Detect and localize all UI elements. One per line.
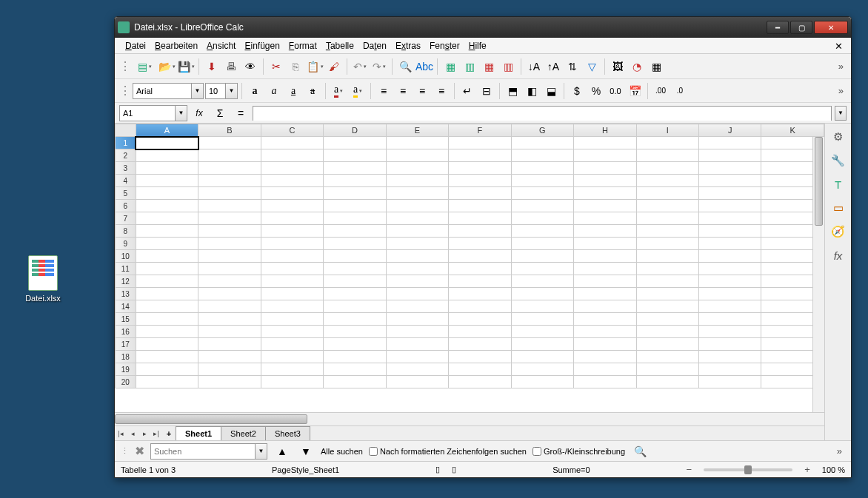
cell-H1[interactable] (574, 137, 637, 149)
font-size-combo[interactable]: ▼ (205, 83, 238, 99)
menu-fenster[interactable]: Fenster (425, 39, 464, 53)
find-next-button[interactable]: ▼ (297, 443, 315, 460)
spreadsheet-grid[interactable]: ABCDEFGHIJK12345678910111213141516171819… (115, 124, 824, 412)
cell-A3[interactable] (136, 162, 198, 175)
cell-I10[interactable] (636, 250, 698, 263)
sidebar-properties-icon[interactable]: 🔧 (829, 152, 847, 169)
cell-B20[interactable] (198, 376, 261, 388)
cell-C11[interactable] (261, 263, 324, 275)
dropdown-arrow-icon[interactable]: ▼ (225, 84, 237, 98)
insert-image-button[interactable]: 🖼 (609, 58, 627, 75)
cell-D20[interactable] (324, 376, 387, 388)
cell-G4[interactable] (511, 175, 574, 187)
strikethrough-button[interactable]: a (304, 82, 321, 100)
cell-I11[interactable] (636, 263, 698, 275)
find-replace-button[interactable]: 🔍 (396, 58, 414, 75)
vertical-scrollbar[interactable] (812, 137, 824, 412)
wrap-text-button[interactable]: ↵ (458, 82, 476, 100)
cell-J13[interactable] (699, 288, 761, 300)
column-header[interactable]: H (574, 124, 637, 137)
cell-C4[interactable] (261, 175, 324, 187)
row-header[interactable]: 5 (116, 187, 136, 200)
row-header[interactable]: 18 (116, 351, 136, 363)
cell-B9[interactable] (198, 238, 261, 250)
copy-button[interactable]: ⎘ (287, 58, 304, 75)
cell-C16[interactable] (261, 326, 324, 338)
cell-J6[interactable] (699, 200, 761, 212)
cell-D11[interactable] (324, 263, 387, 275)
cell-E10[interactable] (386, 250, 448, 263)
row-header[interactable]: 19 (116, 363, 136, 376)
menu-daten[interactable]: Daten (358, 39, 391, 53)
row-header[interactable]: 7 (116, 212, 136, 225)
cell-G18[interactable] (511, 351, 574, 363)
cell-F4[interactable] (449, 175, 511, 187)
cell-F9[interactable] (449, 238, 511, 250)
cell-A1[interactable] (136, 137, 198, 149)
cell-D7[interactable] (324, 212, 387, 225)
cell-B1[interactable] (198, 137, 261, 149)
cell-D4[interactable] (324, 175, 387, 187)
cell-F10[interactable] (449, 250, 511, 263)
status-page-style[interactable]: PageStyle_Sheet1 (272, 465, 339, 474)
cell-H8[interactable] (574, 225, 637, 238)
cell-C2[interactable] (261, 149, 324, 162)
tab-nav-next[interactable]: ▸ (138, 426, 150, 440)
sidebar-gallery-icon[interactable]: ▭ (829, 199, 847, 217)
cell-I17[interactable] (636, 338, 698, 351)
cell-J17[interactable] (699, 338, 761, 351)
paste-button[interactable]: 📋 (306, 58, 324, 75)
cell-H4[interactable] (574, 175, 637, 187)
cell-D18[interactable] (324, 351, 387, 363)
sidebar-functions-icon[interactable]: fx (829, 246, 847, 264)
cell-G11[interactable] (511, 263, 574, 275)
cell-F14[interactable] (449, 300, 511, 313)
clone-format-button[interactable]: 🖌 (325, 58, 343, 75)
align-left-button[interactable]: ≡ (375, 82, 393, 100)
align-bottom-button[interactable]: ⬓ (542, 82, 560, 100)
insert-column-button[interactable]: ▥ (461, 58, 478, 75)
column-header[interactable]: J (699, 124, 761, 137)
tab-nav-prev[interactable]: ◂ (127, 426, 138, 440)
cell-G15[interactable] (511, 313, 574, 326)
cell-I14[interactable] (636, 300, 698, 313)
cell-I1[interactable] (636, 137, 698, 149)
cell-E19[interactable] (386, 363, 448, 376)
cell-E11[interactable] (386, 263, 448, 275)
row-header[interactable]: 2 (116, 149, 136, 162)
zoom-slider-knob[interactable] (744, 465, 752, 474)
cell-C14[interactable] (261, 300, 324, 313)
save-button[interactable]: 💾 (177, 58, 195, 75)
cell-A11[interactable] (136, 263, 198, 275)
cell-G5[interactable] (511, 187, 574, 200)
row-header[interactable]: 3 (116, 162, 136, 175)
find-input[interactable] (151, 444, 255, 459)
cell-F11[interactable] (449, 263, 511, 275)
font-color-button[interactable]: a (330, 82, 347, 100)
cell-F1[interactable] (449, 137, 511, 149)
cell-G7[interactable] (511, 212, 574, 225)
underline-button[interactable]: a (284, 82, 302, 100)
cell-B13[interactable] (198, 288, 261, 300)
toolbar-overflow-button[interactable]: » (835, 61, 847, 72)
find-all-button[interactable]: Alle suchen (321, 447, 363, 456)
cell-B11[interactable] (198, 263, 261, 275)
cell-E14[interactable] (386, 300, 448, 313)
cell-F6[interactable] (449, 200, 511, 212)
cell-F12[interactable] (449, 275, 511, 288)
percent-button[interactable]: % (587, 82, 605, 100)
cell-F13[interactable] (449, 288, 511, 300)
new-button[interactable]: ▤ (133, 58, 156, 75)
print-preview-button[interactable]: 👁 (241, 58, 259, 75)
cell-H5[interactable] (574, 187, 637, 200)
cell-C5[interactable] (261, 187, 324, 200)
cell-B2[interactable] (198, 149, 261, 162)
menu-format[interactable]: Format (284, 39, 321, 53)
zoom-out-button[interactable]: − (687, 464, 692, 475)
cell-C13[interactable] (261, 288, 324, 300)
align-top-button[interactable]: ⬒ (504, 82, 521, 100)
cell-E4[interactable] (386, 175, 448, 187)
cell-D6[interactable] (324, 200, 387, 212)
sidebar-navigator-icon[interactable]: 🧭 (829, 223, 847, 240)
cell-I19[interactable] (636, 363, 698, 376)
